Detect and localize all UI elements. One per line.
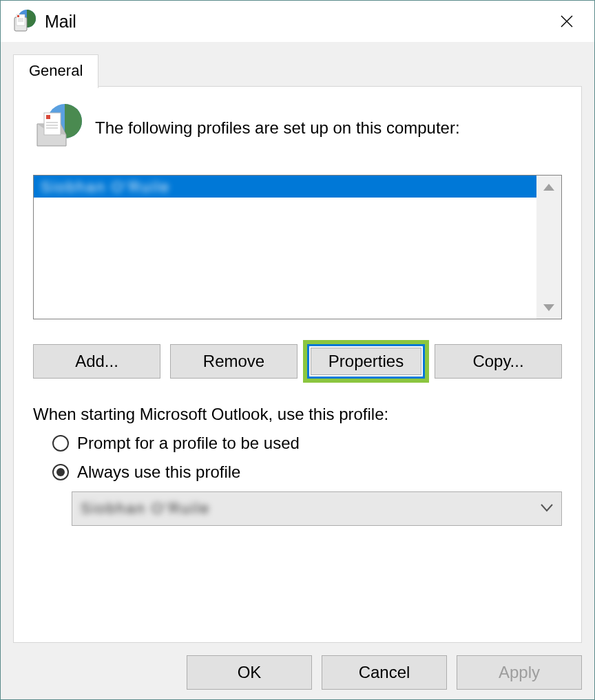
intro-text: The following profiles are set up on thi…	[95, 118, 460, 138]
intro-row: The following profiles are set up on thi…	[33, 103, 562, 153]
tab-panel-general: The following profiles are set up on thi…	[13, 86, 582, 643]
svg-rect-3	[17, 15, 19, 17]
scroll-down-icon[interactable]	[543, 300, 554, 315]
ok-button[interactable]: OK	[187, 655, 312, 690]
radio-icon	[52, 435, 69, 452]
add-button[interactable]: Add...	[33, 344, 160, 379]
default-profile-dropdown[interactable]: Siobhan O'Ruile	[72, 491, 562, 526]
profiles-icon	[33, 103, 83, 153]
cancel-button[interactable]: Cancel	[322, 655, 447, 690]
startup-radio-group: Prompt for a profile to be used Always u…	[33, 434, 562, 526]
profile-button-row: Add... Remove Properties Copy...	[33, 344, 562, 379]
radio-always-label: Always use this profile	[77, 463, 240, 482]
profile-list-item[interactable]: Siobhan O'Ruile	[34, 176, 536, 198]
profiles-listbox[interactable]: Siobhan O'Ruile	[33, 175, 562, 319]
window-title: Mail	[45, 12, 550, 32]
dialog-footer: OK Cancel Apply	[13, 643, 582, 690]
radio-prompt[interactable]: Prompt for a profile to be used	[52, 434, 562, 453]
dialog-body: General	[1, 42, 594, 699]
mail-dialog: Mail General	[0, 0, 595, 700]
dropdown-value: Siobhan O'Ruile	[81, 500, 210, 518]
listbox-scrollbar[interactable]	[536, 176, 561, 319]
titlebar: Mail	[1, 1, 594, 42]
mail-app-icon	[12, 9, 36, 34]
apply-button: Apply	[457, 655, 582, 690]
listbox-content: Siobhan O'Ruile	[34, 176, 536, 319]
profile-item-label: Siobhan O'Ruile	[41, 178, 170, 195]
properties-button[interactable]: Properties	[311, 348, 421, 375]
scroll-up-icon[interactable]	[543, 180, 554, 194]
close-button[interactable]	[550, 5, 583, 38]
radio-always[interactable]: Always use this profile	[52, 463, 562, 482]
tab-container: General	[13, 54, 582, 643]
tab-general[interactable]: General	[13, 54, 98, 88]
startup-label: When starting Microsoft Outlook, use thi…	[33, 405, 562, 424]
properties-highlight: Properties	[303, 340, 429, 383]
svg-rect-11	[46, 115, 50, 119]
chevron-down-icon	[541, 502, 553, 515]
radio-prompt-label: Prompt for a profile to be used	[77, 434, 300, 453]
radio-icon	[52, 464, 69, 480]
copy-button[interactable]: Copy...	[435, 344, 562, 379]
remove-button[interactable]: Remove	[170, 344, 298, 379]
